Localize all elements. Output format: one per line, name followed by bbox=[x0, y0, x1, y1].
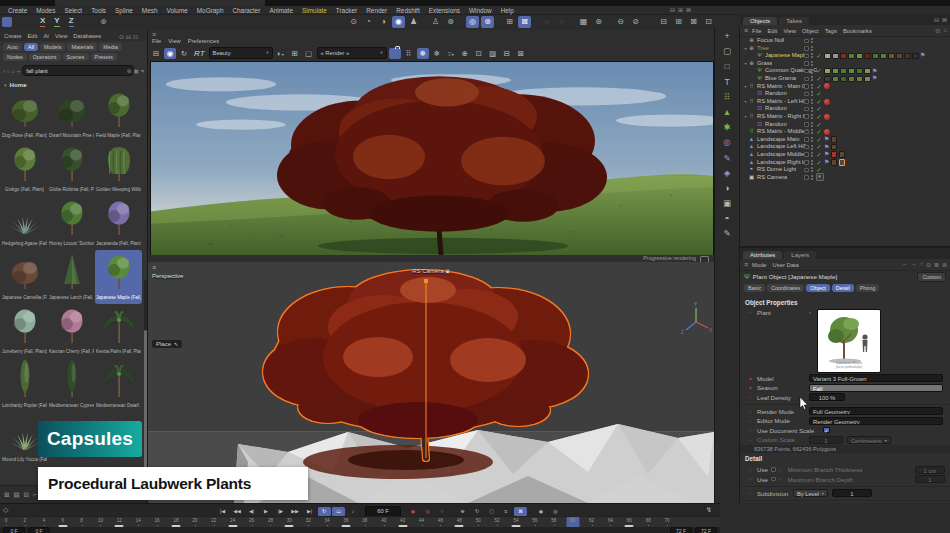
visibility-toggle[interactable] bbox=[804, 130, 809, 135]
section-tab-detail[interactable]: Detail bbox=[832, 284, 854, 292]
record-scale-button[interactable]: ▢ bbox=[485, 507, 498, 516]
axis-tool-icon[interactable]: + bbox=[719, 29, 735, 43]
attr-nav-icon-4[interactable]: ≣ bbox=[934, 261, 939, 268]
plant-item[interactable]: Japanese Camellia (Fal... bbox=[1, 250, 48, 304]
material-tag[interactable] bbox=[832, 76, 839, 83]
editor-render-dots[interactable] bbox=[811, 84, 813, 89]
visibility-toggle[interactable] bbox=[804, 92, 809, 97]
pixel-grid-button[interactable]: ⊞ bbox=[289, 48, 301, 59]
ab-menu-create[interactable]: Create bbox=[4, 33, 21, 39]
menu-render[interactable]: Render bbox=[366, 7, 387, 14]
enabled-check-icon[interactable]: ✓ bbox=[816, 113, 823, 121]
save-snapshot-button[interactable]: ⊟ bbox=[501, 48, 513, 59]
filter-chip-materials[interactable]: Materials bbox=[67, 43, 97, 51]
deformer-icon[interactable]: ◈ bbox=[719, 166, 735, 180]
visibility-toggle[interactable] bbox=[804, 160, 809, 165]
object-row[interactable]: ▾⊕Grass bbox=[740, 60, 950, 68]
use-document-scale-checkbox[interactable]: ✓ bbox=[823, 427, 830, 434]
editor-render-dots[interactable] bbox=[811, 145, 813, 150]
material-tag[interactable] bbox=[831, 136, 838, 143]
attr-nav-icon-5[interactable]: ⊘ bbox=[942, 261, 947, 268]
material-tag[interactable] bbox=[904, 53, 911, 60]
search-input[interactable] bbox=[22, 65, 134, 76]
panel-corner-icon-0[interactable]: ⊟ bbox=[934, 16, 939, 23]
section-tab-basic[interactable]: Basic bbox=[744, 284, 765, 292]
section-tab-coordinates[interactable]: Coordinates bbox=[767, 284, 804, 292]
plant-item[interactable]: Mediterranean Cypres... bbox=[48, 358, 95, 412]
menu-tracker[interactable]: Tracker bbox=[336, 7, 357, 14]
keyframe-mode-icon[interactable]: ◇ bbox=[3, 506, 8, 514]
object-row[interactable]: ▾⠿RS Matrix - Main Ground✓ bbox=[740, 83, 950, 91]
menu-create[interactable]: Create bbox=[8, 7, 27, 14]
plane-object-icon[interactable]: ▢ bbox=[719, 44, 735, 58]
effector-object-icon[interactable]: ✱ bbox=[719, 120, 735, 134]
render-pass-select[interactable]: Beauty▾ bbox=[209, 47, 273, 59]
visibility-toggle[interactable] bbox=[804, 168, 809, 173]
leaf-density-field[interactable]: 100 % bbox=[809, 393, 845, 401]
add-icon[interactable]: + bbox=[17, 68, 21, 74]
filter-chip-all[interactable]: All bbox=[24, 43, 38, 51]
ab-window-icon-2[interactable]: ⊡ bbox=[133, 33, 138, 40]
filter-chip-operators[interactable]: Operators bbox=[29, 53, 61, 61]
plant-item[interactable]: Ginkgo (Fall, Plant) bbox=[1, 142, 48, 196]
plant-item[interactable]: Juneberry (Fall, Plant) bbox=[1, 304, 48, 358]
editor-render-dots[interactable] bbox=[811, 99, 813, 104]
fit-view-button[interactable]: ⊡ bbox=[473, 48, 485, 59]
plant-item[interactable]: Field Maple (Fall, Plant) bbox=[95, 88, 142, 142]
phong-tag-icon[interactable]: ⚑ bbox=[920, 52, 925, 59]
phong-tag-icon[interactable]: ⚑ bbox=[824, 159, 829, 166]
plant-item[interactable]: Jacaranda (Fall, Plant) bbox=[95, 196, 142, 250]
object-row[interactable]: ▾⊕Tree bbox=[740, 45, 950, 53]
checker-bg-button[interactable]: ▨ bbox=[487, 48, 499, 59]
phong-tag-icon[interactable]: ⚑ bbox=[872, 68, 877, 75]
inactive-sim-icon-b[interactable]: ○ bbox=[555, 16, 568, 28]
material-tag[interactable] bbox=[840, 68, 847, 75]
visibility-toggle[interactable] bbox=[804, 114, 809, 119]
material-tag[interactable] bbox=[839, 159, 846, 166]
axis-lock-z[interactable]: Z bbox=[69, 16, 74, 27]
snap-grid-icon[interactable]: ⊞ bbox=[503, 16, 516, 28]
plant-item[interactable]: Lombardy Poplar (Fall... bbox=[1, 358, 48, 412]
visibility-toggle[interactable] bbox=[804, 54, 809, 59]
menu-animate[interactable]: Animate bbox=[270, 7, 293, 14]
obj-menu-icon-1[interactable]: ⌂ bbox=[943, 27, 947, 34]
menu-select[interactable]: Select bbox=[64, 7, 82, 14]
visibility-toggle[interactable] bbox=[804, 39, 809, 44]
material-tag[interactable] bbox=[864, 68, 871, 75]
material-tag[interactable] bbox=[831, 144, 838, 151]
editor-mode-select[interactable]: Render Geometry bbox=[809, 417, 943, 425]
prev-frame-button[interactable]: ◀| bbox=[245, 507, 258, 516]
obj-menu-object[interactable]: Object bbox=[802, 28, 819, 34]
editor-render-dots[interactable] bbox=[811, 160, 813, 165]
obj-menu-icon-0[interactable]: ⊙ bbox=[935, 27, 940, 34]
filter-chip-presets[interactable]: Presets bbox=[91, 53, 117, 61]
options-caret-icon[interactable]: ▾ bbox=[141, 67, 144, 74]
material-tag[interactable] bbox=[831, 159, 838, 166]
object-row[interactable]: ▲Landscape Left Hill✓⚑ bbox=[740, 143, 950, 151]
paint-tool-icon[interactable]: ✎ bbox=[719, 226, 735, 240]
snapshot-b-button[interactable]: ❄ bbox=[431, 48, 443, 59]
material-tag[interactable] bbox=[824, 68, 831, 75]
loop-mode-button[interactable]: ↻ bbox=[318, 507, 331, 516]
visibility-toggle[interactable] bbox=[804, 152, 809, 157]
material-tag[interactable] bbox=[880, 53, 887, 60]
object-row[interactable]: ▲Landscape Main✓⚑ bbox=[740, 136, 950, 144]
editor-render-dots[interactable] bbox=[811, 53, 813, 58]
thumb-view-icon[interactable]: ⊞ bbox=[4, 491, 9, 499]
visibility-toggle[interactable] bbox=[804, 46, 809, 51]
phong-tag-icon[interactable]: ⚑ bbox=[824, 144, 829, 151]
section-tab-object[interactable]: Object bbox=[806, 284, 830, 292]
visibility-toggle[interactable] bbox=[804, 69, 809, 74]
spline-pen-icon[interactable]: ✎ bbox=[719, 151, 735, 165]
material-tag[interactable] bbox=[824, 53, 831, 60]
plant-item[interactable]: Kanzan Cherry (Fall, Pl... bbox=[48, 304, 95, 358]
forward-icon[interactable]: › bbox=[7, 68, 9, 74]
param-dot-icon[interactable]: ◦ bbox=[749, 427, 757, 433]
layout-quad-icon[interactable]: ⊠ bbox=[687, 16, 700, 28]
range-start-field[interactable]: 0 F bbox=[3, 527, 25, 533]
preview-range-button[interactable]: ▭ bbox=[332, 507, 345, 516]
attr-nav-icon-3[interactable]: ⊙ bbox=[926, 261, 931, 268]
menu-window[interactable]: Window bbox=[469, 7, 492, 14]
obj-menu-view[interactable]: View bbox=[783, 28, 795, 34]
plant-item[interactable]: Honey Locust 'Sunbur... bbox=[48, 196, 95, 250]
